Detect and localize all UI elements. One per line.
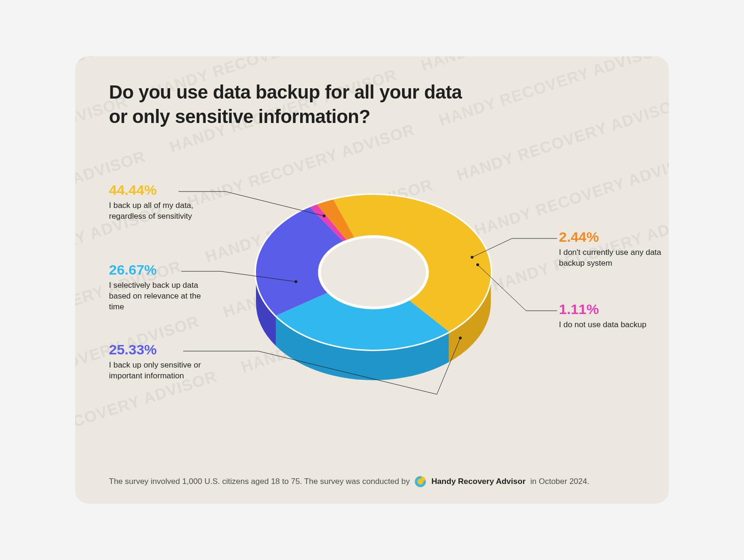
footer-pre: The survey involved 1,000 U.S. citizens …	[109, 477, 410, 486]
chart-footer: The survey involved 1,000 U.S. citizens …	[109, 476, 635, 488]
slice-label-sensitive-only: 25.33% I back up only sensitive or impor…	[109, 342, 217, 382]
chart-title: Do you use data backup for all your data…	[109, 80, 635, 129]
slice-percent: 25.33%	[109, 342, 217, 357]
slice-text: I don't currently use any data backup sy…	[559, 247, 667, 269]
title-line-2: or only sensitive information?	[109, 106, 370, 127]
footer-brand: Handy Recovery Advisor	[431, 477, 526, 486]
slice-label-all-data: 44.44% I back up all of my data, regardl…	[109, 182, 217, 222]
slice-text: I selectively back up data based on rele…	[109, 280, 217, 313]
slice-percent: 2.44%	[559, 229, 667, 245]
slice-percent: 1.11%	[559, 301, 646, 317]
title-line-1: Do you use data backup for all your data	[109, 82, 462, 102]
slice-text: I back up all of my data, regardless of …	[109, 200, 217, 222]
donut-svg	[242, 150, 505, 413]
slice-label-no-backup: 1.11% I do not use data backup	[559, 301, 646, 330]
slice-label-selective: 26.67% I selectively back up data based …	[109, 262, 217, 313]
donut-chart	[242, 150, 505, 413]
slice-percent: 26.67%	[109, 262, 217, 277]
slice-text: I back up only sensitive or important in…	[109, 360, 217, 382]
chart-card: HANDY RECOVERY ADVISORHANDY RECOVERY ADV…	[75, 56, 669, 504]
brand-logo-icon	[414, 476, 426, 488]
slice-percent: 44.44%	[109, 182, 217, 198]
slice-label-no-system: 2.44% I don't currently use any data bac…	[559, 229, 667, 269]
slice-text: I do not use data backup	[559, 320, 646, 330]
footer-post: in October 2024.	[530, 477, 589, 486]
